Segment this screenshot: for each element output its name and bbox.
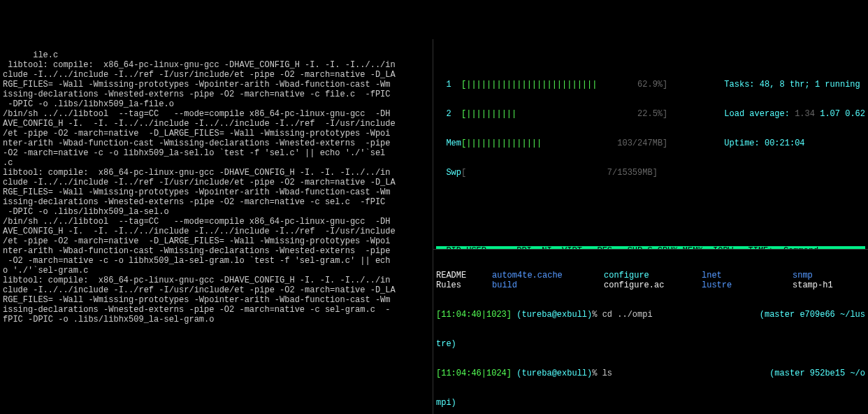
prompt-cmd: % ls: [592, 369, 612, 378]
cpu1-pct: 62.9%: [637, 80, 663, 90]
htop-pane[interactable]: 1 [|||||||||||||||||||||||||| 62.9%] 2 […: [433, 39, 868, 249]
ls-entry: snmp: [793, 271, 865, 280]
ls-entry: stamp-h1: [793, 280, 865, 290]
cpu2-bar: [||||||||||: [461, 109, 637, 119]
ls-entry: autom4te.cache: [492, 271, 604, 280]
load-label: Load average:: [724, 109, 795, 119]
uptime: Uptime: 00:21:04: [724, 138, 865, 148]
tasks-count: Tasks: 48, 8 thr; 1 running: [724, 80, 865, 90]
prompt-user: (tureba@exbull): [512, 369, 592, 378]
prompt-cmd: % cd ../ompi: [592, 310, 652, 320]
swp-bar: [: [461, 168, 607, 178]
ls-entry: Rules: [436, 280, 492, 290]
cpu1-bar: [||||||||||||||||||||||||||: [461, 80, 637, 90]
load1: 1.34: [795, 109, 815, 119]
ls-entry: build: [492, 280, 604, 290]
swp-val: 7/15359MB: [607, 168, 653, 178]
ls-entry: lnet: [702, 271, 793, 280]
prompt-cont: tre): [436, 339, 865, 349]
ls-entry: README: [436, 271, 492, 280]
cpu2-label: 2: [436, 109, 461, 119]
ls-entry: lustre: [702, 280, 793, 290]
ls-output: READMEautom4te.cacheconfigurelnetsnmpRul…: [436, 271, 865, 290]
prompt-time: [11:04:46|1024]: [436, 369, 512, 378]
prompt-git: (master e709e66 ~/lus: [760, 310, 865, 320]
load-rest: 1.07 0.62: [815, 109, 865, 119]
prompt-user: (tureba@exbull): [512, 310, 592, 320]
ls-entry: configure: [604, 271, 702, 280]
swp-label: Swp: [436, 168, 461, 178]
cpu2-pct: 22.5%: [637, 109, 663, 119]
prompt-git: (master 952be15 ~/o: [769, 369, 865, 378]
mem-bar: [|||||||||||||||: [461, 138, 617, 148]
compile-text: ile.c libtool: compile: x86_64-pc-linux-…: [3, 50, 396, 324]
prompt-cont: mpi): [436, 398, 865, 408]
mem-label: Mem: [436, 138, 461, 148]
terminal-pane[interactable]: READMEautom4te.cacheconfigurelnetsnmpRul…: [433, 249, 868, 414]
mem-val: 103/247MB: [617, 138, 663, 148]
prompt-time: [11:04:40|1023]: [436, 310, 512, 320]
ls-entry: configure.ac: [604, 280, 702, 290]
compile-output-pane: ile.c libtool: compile: x86_64-pc-linux-…: [0, 39, 433, 414]
cpu1-label: 1: [436, 80, 461, 90]
